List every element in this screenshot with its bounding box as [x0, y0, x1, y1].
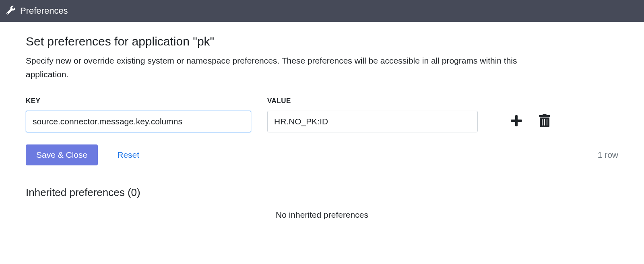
row-count-label: 1 row — [598, 150, 618, 160]
page-description: Specify new or override existing system … — [26, 54, 549, 81]
footer-left: Save & Close Reset — [26, 144, 139, 165]
page-title: Set preferences for application "pk" — [26, 35, 618, 48]
content: Set preferences for application "pk" Spe… — [0, 22, 644, 220]
columns-header: KEY VALUE — [26, 97, 618, 105]
column-header-value: VALUE — [267, 97, 291, 105]
titlebar-left: Preferences — [6, 6, 68, 16]
trash-icon — [538, 114, 551, 129]
save-close-button[interactable]: Save & Close — [26, 144, 98, 165]
footer-row: Save & Close Reset 1 row — [26, 144, 618, 165]
titlebar: Preferences — [0, 0, 644, 22]
row-actions — [510, 114, 551, 129]
column-header-key: KEY — [26, 97, 251, 105]
wrench-icon — [6, 6, 15, 16]
reset-button[interactable]: Reset — [117, 150, 139, 160]
inherited-heading: Inherited preferences (0) — [26, 186, 618, 199]
plus-icon — [510, 114, 523, 129]
preference-row — [26, 111, 618, 132]
key-input[interactable] — [26, 111, 251, 132]
value-input[interactable] — [267, 111, 478, 132]
add-row-button[interactable] — [510, 114, 523, 129]
delete-row-button[interactable] — [538, 114, 551, 129]
titlebar-title: Preferences — [20, 6, 68, 16]
inherited-empty-message: No inherited preferences — [26, 210, 618, 220]
close-button[interactable] — [634, 6, 638, 16]
